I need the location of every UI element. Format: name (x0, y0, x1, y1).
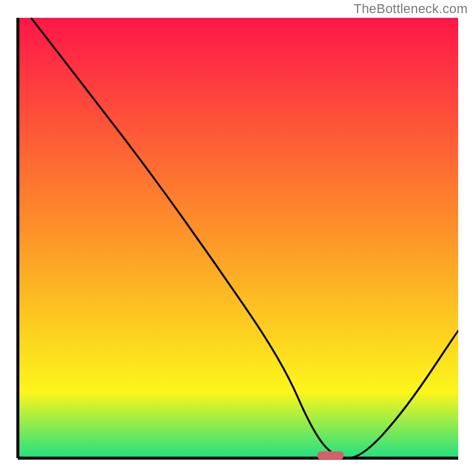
bottleneck-chart: TheBottleneck.com (0, 0, 476, 476)
bottleneck-marker (317, 452, 343, 460)
watermark-text: TheBottleneck.com (353, 1, 468, 17)
chart-svg (0, 0, 476, 476)
plot-background (18, 18, 458, 458)
